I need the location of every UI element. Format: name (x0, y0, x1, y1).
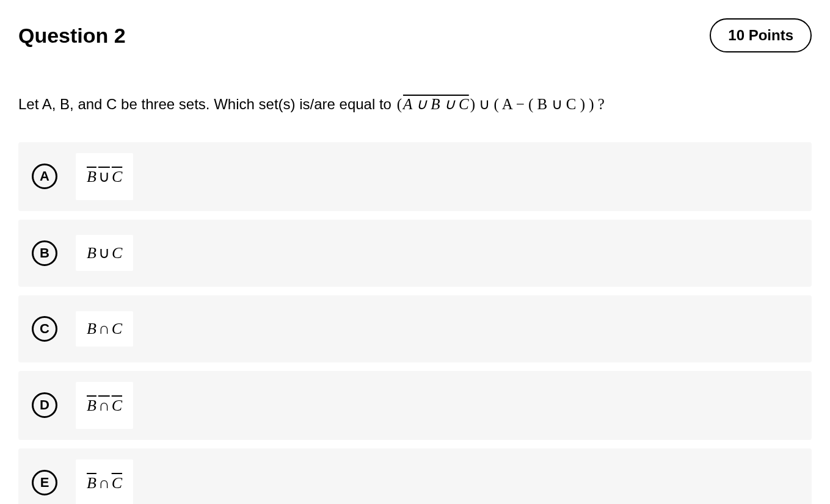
option-letter: B (32, 240, 57, 266)
question-header: Question 2 10 Points (18, 18, 812, 52)
option-expression: B∩C (76, 459, 133, 504)
option-b[interactable]: BB∪C (18, 220, 812, 287)
option-a[interactable]: AB∪C (18, 142, 812, 211)
points-badge: 10 Points (710, 18, 812, 52)
option-expression: B∩C (76, 311, 133, 347)
option-expression: B∩C (76, 382, 133, 429)
prompt-expression: (A ∪ B ∪ C) ∪ ( A − ( B ∪ C ) ) ? (396, 96, 606, 112)
option-letter: C (32, 316, 57, 342)
option-c[interactable]: CB∩C (18, 295, 812, 362)
options-list: AB∪CBB∪CCB∩CDB∩CEB∩C (18, 142, 812, 504)
question-prompt: Let A, B, and C be three sets. Which set… (18, 89, 812, 118)
option-letter: A (32, 164, 57, 189)
option-e[interactable]: EB∩C (18, 448, 812, 504)
option-d[interactable]: DB∩C (18, 371, 812, 440)
option-letter: D (32, 392, 57, 418)
option-expression: B∪C (76, 235, 133, 271)
option-expression: B∪C (76, 153, 133, 200)
option-letter: E (32, 470, 57, 495)
prompt-prefix: Let A, B, and C be three sets. Which set… (18, 96, 396, 112)
question-title: Question 2 (18, 24, 126, 48)
